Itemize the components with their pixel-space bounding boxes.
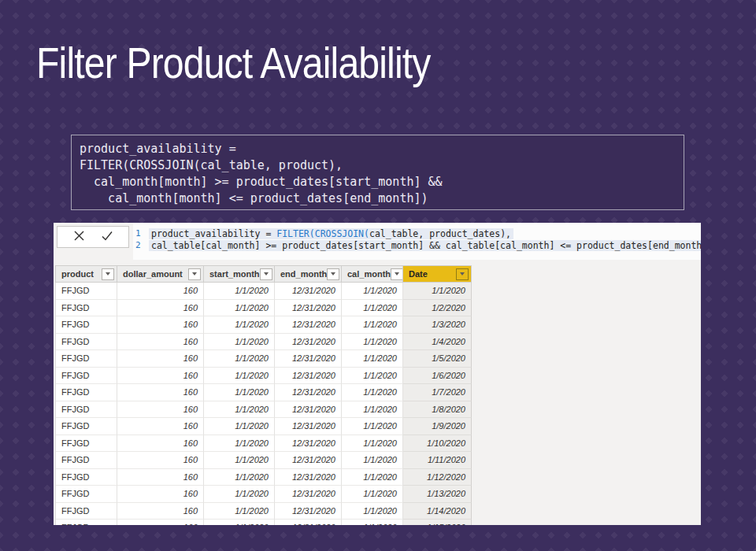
table-cell: 1/1/2020 xyxy=(342,435,403,453)
table-row: FFJGD1601/1/202012/31/20201/1/20201/6/20… xyxy=(55,368,472,385)
column-header-label: end_month xyxy=(280,269,327,279)
table-row: FFJGD1601/1/202012/31/20201/1/20201/10/2… xyxy=(55,435,472,453)
column-header-product[interactable]: product xyxy=(56,265,117,283)
formula-line[interactable]: 2cal_table[cal_month] >= product_dates[s… xyxy=(135,239,701,251)
table-cell: FFJGD xyxy=(56,520,117,525)
table-cell: 1/1/2020 xyxy=(342,401,403,419)
table-cell: 1/11/2020 xyxy=(403,452,472,469)
table-cell: 12/31/2020 xyxy=(275,368,342,385)
table-cell: 1/1/2020 xyxy=(342,316,403,334)
table-cell: 160 xyxy=(117,503,204,520)
filter-dropdown-button[interactable] xyxy=(327,268,339,280)
table-header-row: productdollar_amountstart_monthend_month… xyxy=(55,265,472,283)
formula-bar[interactable]: 1product_availability = FILTER(CROSSJOIN… xyxy=(54,223,701,260)
code-line: product_availability = xyxy=(80,141,684,157)
table-cell: 1/1/2020 xyxy=(204,368,275,385)
table-cell: 1/15/2020 xyxy=(403,520,472,525)
filter-dropdown-button[interactable] xyxy=(391,268,403,280)
column-header-label: Date xyxy=(409,269,428,279)
table-cell: 1/1/2020 xyxy=(342,384,403,401)
table-cell: 160 xyxy=(117,283,204,300)
table-cell: FFJGD xyxy=(56,401,117,419)
table-cell: 1/1/2020 xyxy=(342,520,403,525)
formula-segment: cal_table[cal_month] >= product_dates[st… xyxy=(151,240,701,251)
formula-segment: FILTER( xyxy=(276,228,314,239)
table-cell: 12/31/2020 xyxy=(275,452,342,469)
table-cell: 1/2/2020 xyxy=(403,300,472,317)
column-header-Date[interactable]: Date xyxy=(403,265,472,283)
table-cell: FFJGD xyxy=(56,418,117,435)
formula-commit-button[interactable] xyxy=(100,230,114,244)
table-cell: 1/1/2020 xyxy=(204,316,275,334)
table-cell: 160 xyxy=(117,300,204,317)
column-header-cal_month[interactable]: cal_month xyxy=(342,265,403,283)
table-cell: 1/1/2020 xyxy=(342,350,403,368)
table-cell: 1/7/2020 xyxy=(403,384,472,401)
column-header-label: product xyxy=(61,269,94,279)
chevron-down-icon xyxy=(395,272,399,276)
formula-text: product_availability = FILTER(CROSSJOIN(… xyxy=(149,228,513,239)
formula-cancel-button[interactable] xyxy=(72,230,87,244)
column-header-start_month[interactable]: start_month xyxy=(204,265,275,283)
table-cell: 1/1/2020 xyxy=(204,469,275,486)
code-line: cal_month[month] >= product_dates[start_… xyxy=(80,174,684,190)
table-cell: 1/1/2020 xyxy=(403,283,472,300)
table-cell: 1/5/2020 xyxy=(403,350,472,368)
table-cell: 1/1/2020 xyxy=(204,350,275,368)
table-cell: 1/4/2020 xyxy=(403,334,472,351)
table-body: FFJGD1601/1/202012/31/20201/1/20201/1/20… xyxy=(55,283,472,525)
table-cell: FFJGD xyxy=(56,435,117,453)
table-cell: FFJGD xyxy=(56,316,117,334)
table-cell: 160 xyxy=(117,469,204,486)
table-cell: 12/31/2020 xyxy=(275,435,342,453)
table-row: FFJGD1601/1/202012/31/20201/1/20201/12/2… xyxy=(55,469,472,486)
column-header-dollar_amount[interactable]: dollar_amount xyxy=(117,265,204,283)
formula-segment: cal_table, product_dates), xyxy=(369,228,511,239)
table-cell: FFJGD xyxy=(56,503,117,520)
column-header-end_month[interactable]: end_month xyxy=(275,265,342,283)
table-cell: 1/1/2020 xyxy=(204,418,275,435)
table-cell: 160 xyxy=(117,316,204,334)
formula-line[interactable]: 1product_availability = FILTER(CROSSJOIN… xyxy=(135,227,701,239)
filter-dropdown-button[interactable] xyxy=(102,268,114,280)
formula-segment: CROSSJOIN( xyxy=(315,228,369,239)
filter-dropdown-button[interactable] xyxy=(188,268,201,280)
formula-lines: 1product_availability = FILTER(CROSSJOIN… xyxy=(135,227,701,251)
table-cell: 12/31/2020 xyxy=(275,283,342,300)
table-cell: 12/31/2020 xyxy=(275,316,342,334)
filter-dropdown-button[interactable] xyxy=(456,268,469,280)
table-cell: 12/31/2020 xyxy=(275,418,342,435)
table-cell: 160 xyxy=(117,334,204,351)
table-cell: 12/31/2020 xyxy=(275,334,342,351)
table-cell: 12/31/2020 xyxy=(275,300,342,317)
formula-line-number: 2 xyxy=(135,240,145,250)
table-cell: 1/10/2020 xyxy=(403,435,472,453)
formula-action-box xyxy=(57,226,129,248)
table-cell: 1/3/2020 xyxy=(403,316,472,334)
table-cell: 12/31/2020 xyxy=(275,469,342,486)
table-cell: 12/31/2020 xyxy=(275,401,342,419)
column-header-label: cal_month xyxy=(347,269,391,279)
table-row: FFJGD1601/1/202012/31/20201/1/20201/5/20… xyxy=(55,350,472,368)
chevron-down-icon xyxy=(106,272,110,276)
table-cell: 160 xyxy=(117,401,204,419)
table-cell: 1/1/2020 xyxy=(342,368,403,385)
check-mark-icon xyxy=(101,230,113,245)
table-cell: 1/1/2020 xyxy=(204,520,275,525)
chevron-down-icon xyxy=(192,272,197,276)
table-row: FFJGD1601/1/202012/31/20201/1/20201/9/20… xyxy=(55,418,472,435)
table-cell: 1/1/2020 xyxy=(204,401,275,419)
table-cell: 1/1/2020 xyxy=(204,435,275,453)
table-cell: 12/31/2020 xyxy=(275,486,342,503)
table-cell: 1/1/2020 xyxy=(204,503,275,520)
chevron-down-icon xyxy=(264,272,269,276)
table-row: FFJGD1601/1/202012/31/20201/1/20201/4/20… xyxy=(55,334,472,351)
table-cell: 1/1/2020 xyxy=(342,469,403,486)
table-cell: 1/8/2020 xyxy=(403,401,472,419)
filter-dropdown-button[interactable] xyxy=(260,268,272,280)
table-cell: 1/1/2020 xyxy=(342,452,403,469)
formula-text: cal_table[cal_month] >= product_dates[st… xyxy=(149,240,701,251)
code-line: FILTER(CROSSJOIN(cal_table, product), xyxy=(80,157,684,174)
table-row: FFJGD1601/1/202012/31/20201/1/20201/7/20… xyxy=(55,384,472,401)
x-mark-icon xyxy=(73,230,85,245)
